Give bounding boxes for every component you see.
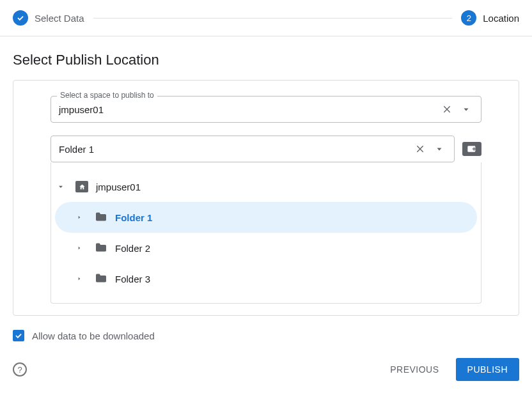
- space-value: jmpuser01: [59, 104, 440, 115]
- chevron-down-icon[interactable]: [459, 102, 473, 116]
- page-title: Select Publish Location: [13, 52, 519, 68]
- chevron-right-icon[interactable]: [77, 214, 87, 221]
- tree-item-label: Folder 3: [115, 274, 150, 284]
- tree-item-label: Folder 2: [115, 243, 150, 254]
- tree-item-label: Folder 1: [115, 212, 152, 223]
- chevron-down-icon[interactable]: [58, 183, 68, 190]
- folder-icon: [95, 273, 107, 285]
- space-field-legend: Select a space to publish to: [57, 91, 157, 100]
- svg-marker-12: [79, 277, 81, 281]
- tree-item[interactable]: Folder 2: [51, 233, 481, 263]
- step-1[interactable]: Select Data: [13, 10, 84, 26]
- step-2-number: 2: [461, 10, 476, 26]
- clear-icon[interactable]: [440, 102, 454, 116]
- tree-item[interactable]: Folder 1: [55, 202, 477, 233]
- check-icon: [13, 10, 28, 26]
- step-2[interactable]: 2 Location: [461, 10, 519, 26]
- chevron-down-icon[interactable]: [432, 142, 446, 156]
- tree-root[interactable]: jmpuser01: [51, 171, 481, 202]
- svg-rect-8: [473, 148, 476, 149]
- chevron-right-icon[interactable]: [77, 276, 87, 282]
- folder-icon: [95, 212, 107, 224]
- folder-field: Folder 1: [51, 136, 481, 304]
- svg-marker-11: [79, 247, 81, 250]
- download-checkbox[interactable]: [13, 330, 24, 341]
- tree-item[interactable]: Folder 3: [51, 263, 481, 294]
- svg-marker-9: [59, 186, 63, 188]
- step-2-label: Location: [483, 13, 519, 24]
- step-1-label: Select Data: [35, 13, 84, 24]
- publish-button[interactable]: Publish: [456, 358, 519, 381]
- folder-icon: [95, 242, 107, 254]
- help-icon[interactable]: ?: [13, 362, 27, 377]
- clear-icon[interactable]: [413, 142, 427, 156]
- home-icon: [75, 181, 88, 192]
- chevron-right-icon[interactable]: [77, 245, 87, 251]
- space-select[interactable]: jmpuser01: [51, 96, 481, 123]
- download-checkbox-row: Allow data to be downloaded: [13, 330, 519, 341]
- folder-value: Folder 1: [59, 144, 413, 155]
- previous-button[interactable]: Previous: [379, 358, 450, 381]
- publish-panel: Select a space to publish to jmpuser01: [13, 80, 519, 316]
- stepper: Select Data 2 Location: [0, 0, 532, 36]
- svg-marker-5: [437, 148, 442, 151]
- tree-root-label: jmpuser01: [96, 182, 141, 192]
- add-folder-button[interactable]: [462, 142, 481, 156]
- svg-marker-2: [464, 109, 469, 111]
- step-divider: [93, 18, 453, 19]
- svg-marker-10: [79, 216, 81, 219]
- footer: ? Previous Publish: [0, 352, 532, 391]
- folder-tree: jmpuser01 Folder 1: [51, 162, 481, 304]
- download-checkbox-label: Allow data to be downloaded: [32, 330, 155, 341]
- folder-select[interactable]: Folder 1: [51, 136, 455, 162]
- space-field: Select a space to publish to jmpuser01: [51, 96, 481, 123]
